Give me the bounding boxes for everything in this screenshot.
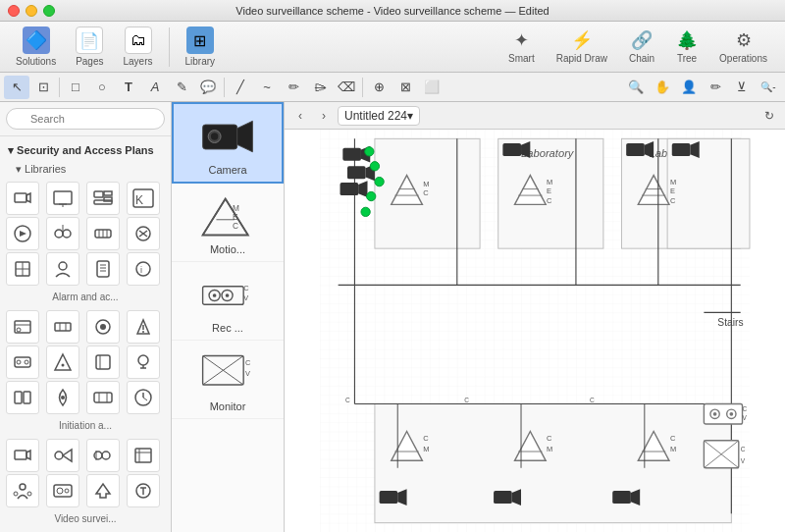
toolbar-chain[interactable]: 🔗 Chain xyxy=(619,26,664,68)
zoom-in-tool[interactable]: ⊕ xyxy=(366,76,392,99)
window-title: Video surveillance scheme - Video survei… xyxy=(236,5,549,17)
erase-tool[interactable]: ⌫ xyxy=(334,76,359,99)
shape-item-recorder[interactable]: C V Rec ... xyxy=(172,262,284,341)
canvas-title-dropdown[interactable]: Untitled 224 ▾ xyxy=(338,106,420,126)
icon-cell[interactable] xyxy=(86,474,120,507)
icon-cell[interactable] xyxy=(46,310,79,344)
crop-tool[interactable]: ⬜ xyxy=(419,76,445,99)
grid-tool[interactable]: ⊡ xyxy=(30,76,56,99)
icon-cell[interactable] xyxy=(46,381,79,414)
toolbar-layers[interactable]: 🗂 Layers xyxy=(116,23,161,71)
diagram-svg: Laboratory Laboratory xyxy=(285,130,785,532)
icon-cell[interactable] xyxy=(6,217,39,250)
rect-tool[interactable]: □ xyxy=(63,76,88,99)
icon-cell[interactable] xyxy=(6,474,39,507)
fill-tool[interactable]: ⊠ xyxy=(392,76,418,99)
search-tool[interactable]: 🔍 xyxy=(623,76,649,99)
icon-cell[interactable] xyxy=(86,217,120,250)
icon-cell[interactable] xyxy=(127,474,160,507)
icon-cell[interactable] xyxy=(46,346,79,379)
icon-cell[interactable] xyxy=(86,182,120,215)
svg-point-44 xyxy=(17,360,21,364)
svg-point-46 xyxy=(62,364,65,367)
icon-cell[interactable] xyxy=(86,381,120,414)
canvas-background[interactable]: Laboratory Laboratory xyxy=(285,130,785,532)
icon-cell[interactable] xyxy=(46,182,79,215)
format-tool[interactable]: A xyxy=(142,76,168,99)
svg-line-60 xyxy=(143,398,147,400)
refresh-button[interactable]: ↻ xyxy=(759,106,779,126)
text-tool[interactable]: T xyxy=(116,76,141,99)
svg-text:C: C xyxy=(670,434,676,443)
icon-cell[interactable] xyxy=(6,182,39,215)
connect-tool[interactable]: ⌲ xyxy=(307,76,333,99)
icon-cell[interactable] xyxy=(86,252,120,286)
icon-cell[interactable] xyxy=(86,439,120,472)
draw-tool[interactable]: ✎ xyxy=(169,76,194,99)
svg-point-72 xyxy=(27,492,31,496)
shape-item-camera[interactable]: Camera xyxy=(172,102,284,184)
icon-cell[interactable] xyxy=(46,252,79,286)
icon-cell[interactable] xyxy=(46,217,79,250)
ellipse-tool[interactable]: ○ xyxy=(89,76,115,99)
zoom-tool[interactable]: 🔍- xyxy=(756,76,781,99)
svg-rect-171 xyxy=(612,491,631,504)
subsection-arrow: ▾ xyxy=(16,163,25,175)
minimize-button[interactable] xyxy=(26,5,37,17)
toolbar-library[interactable]: ⊞ Library xyxy=(178,23,224,71)
icon-cell[interactable]: i xyxy=(127,252,160,286)
svg-point-176 xyxy=(713,412,717,416)
icon-cell[interactable] xyxy=(46,439,79,472)
svg-point-45 xyxy=(25,360,28,364)
icon-cell[interactable] xyxy=(6,252,39,286)
search-input[interactable] xyxy=(6,108,165,130)
svg-point-31 xyxy=(136,262,150,276)
icon-cell[interactable]: K xyxy=(127,182,160,215)
icon-cell[interactable] xyxy=(127,381,160,414)
section-title: Security and Access Plans xyxy=(17,144,154,156)
icon-cell[interactable] xyxy=(127,346,160,379)
svg-marker-1 xyxy=(26,193,30,202)
nav-next-button[interactable]: › xyxy=(314,106,334,126)
toolbar-tree[interactable]: 🌲 Tree xyxy=(666,26,707,68)
toolbar-operations[interactable]: ⚙ Operations xyxy=(709,26,777,68)
dropdown-icon: ▾ xyxy=(407,109,413,123)
maximize-button[interactable] xyxy=(43,5,55,17)
edit-tool[interactable]: ✏ xyxy=(703,76,728,99)
initiation-label: Initiation a... xyxy=(0,418,171,435)
sidebar-section-security[interactable]: ▾ Security and Access Plans xyxy=(0,140,171,161)
close-button[interactable] xyxy=(8,5,20,17)
icon-cell[interactable] xyxy=(86,346,120,379)
shape-item-monitor[interactable]: C V Monitor xyxy=(172,341,284,419)
tool-sep-3 xyxy=(362,78,363,97)
canvas[interactable]: Laboratory Laboratory xyxy=(285,130,785,532)
curve-tool[interactable]: ~ xyxy=(254,76,280,99)
pan-tool[interactable]: ✋ xyxy=(650,76,675,99)
nav-prev-button[interactable]: ‹ xyxy=(290,106,310,126)
icon-cell[interactable] xyxy=(127,310,160,344)
toolbar-smart[interactable]: ✦ Smart xyxy=(498,26,545,68)
toolbar-pages[interactable]: 📄 Pages xyxy=(68,23,111,71)
toolbar-rapid-draw[interactable]: ⚡ Rapid Draw xyxy=(547,26,617,68)
pages-label: Pages xyxy=(76,56,103,67)
icon-cell[interactable] xyxy=(127,217,160,250)
icon-cell[interactable] xyxy=(86,310,120,344)
line-tool[interactable]: ╱ xyxy=(228,76,253,99)
sidebar: 🔍 ▾ Security and Access Plans ▾ Librarie… xyxy=(0,102,172,532)
comment-tool[interactable]: 💬 xyxy=(195,76,221,99)
toolbar-solutions[interactable]: 🔷 Solutions xyxy=(8,23,64,71)
icon-cell[interactable] xyxy=(6,381,39,414)
icon-cell[interactable] xyxy=(46,474,79,507)
svg-text:C: C xyxy=(741,446,746,452)
icon-cell[interactable] xyxy=(6,346,39,379)
select-tool[interactable]: ↖ xyxy=(4,76,29,99)
icon-cell[interactable] xyxy=(6,310,39,344)
sidebar-libraries[interactable]: ▾ Libraries xyxy=(0,161,171,178)
icon-cell[interactable] xyxy=(127,439,160,472)
svg-text:C: C xyxy=(464,397,469,403)
connect2-tool[interactable]: ⊻ xyxy=(729,76,755,99)
shape-item-motion[interactable]: M E C Motio... xyxy=(172,184,284,262)
icon-cell[interactable] xyxy=(6,439,39,472)
user-tool[interactable]: 👤 xyxy=(676,76,702,99)
pen-tool[interactable]: ✏ xyxy=(281,76,306,99)
